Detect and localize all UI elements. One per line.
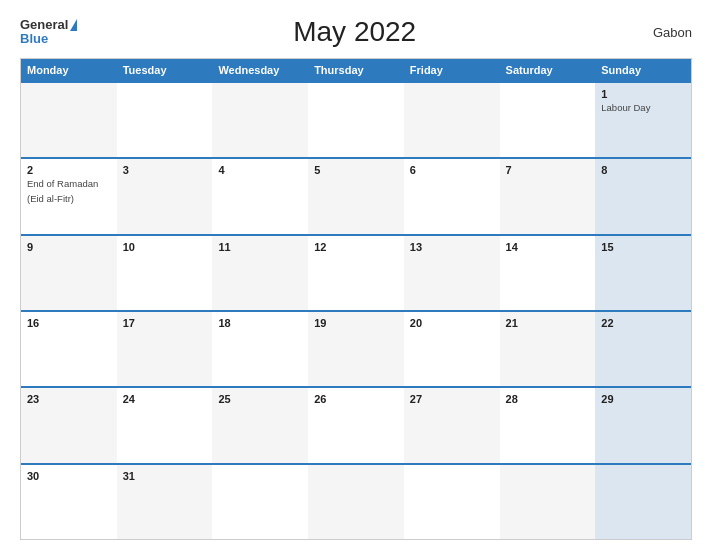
cal-cell-3-5: 13 <box>404 236 500 310</box>
page: General Blue May 2022 Gabon Monday Tuesd… <box>0 0 712 550</box>
cal-cell-6-6 <box>500 465 596 539</box>
day-number: 18 <box>218 317 302 329</box>
cal-cell-2-1: 2End of Ramadan (Eid al-Fitr) <box>21 159 117 233</box>
cal-cell-3-2: 10 <box>117 236 213 310</box>
cal-cell-2-6: 7 <box>500 159 596 233</box>
day-number: 17 <box>123 317 207 329</box>
col-friday: Friday <box>404 59 500 81</box>
day-number: 26 <box>314 393 398 405</box>
cal-cell-3-4: 12 <box>308 236 404 310</box>
cal-cell-1-2 <box>117 83 213 157</box>
cal-cell-5-4: 26 <box>308 388 404 462</box>
cal-cell-4-5: 20 <box>404 312 500 386</box>
calendar-week-1: 1Labour Day <box>21 81 691 157</box>
day-event: End of Ramadan (Eid al-Fitr) <box>27 178 98 203</box>
cal-cell-4-2: 17 <box>117 312 213 386</box>
logo-general-text: General <box>20 18 68 32</box>
cal-cell-2-2: 3 <box>117 159 213 233</box>
cal-cell-1-3 <box>212 83 308 157</box>
day-number: 14 <box>506 241 590 253</box>
day-number: 24 <box>123 393 207 405</box>
day-number: 12 <box>314 241 398 253</box>
cal-cell-2-3: 4 <box>212 159 308 233</box>
calendar-week-2: 2End of Ramadan (Eid al-Fitr)345678 <box>21 157 691 233</box>
col-saturday: Saturday <box>500 59 596 81</box>
day-number: 8 <box>601 164 685 176</box>
header: General Blue May 2022 Gabon <box>20 16 692 48</box>
country-label: Gabon <box>632 25 692 40</box>
cal-cell-3-7: 15 <box>595 236 691 310</box>
cal-cell-4-3: 18 <box>212 312 308 386</box>
day-number: 22 <box>601 317 685 329</box>
col-thursday: Thursday <box>308 59 404 81</box>
cal-cell-5-3: 25 <box>212 388 308 462</box>
day-number: 6 <box>410 164 494 176</box>
day-number: 19 <box>314 317 398 329</box>
col-tuesday: Tuesday <box>117 59 213 81</box>
cal-cell-6-2: 31 <box>117 465 213 539</box>
cal-cell-3-6: 14 <box>500 236 596 310</box>
cal-cell-4-4: 19 <box>308 312 404 386</box>
col-sunday: Sunday <box>595 59 691 81</box>
calendar-week-4: 16171819202122 <box>21 310 691 386</box>
day-number: 2 <box>27 164 111 176</box>
day-number: 20 <box>410 317 494 329</box>
cal-cell-1-5 <box>404 83 500 157</box>
calendar-week-6: 3031 <box>21 463 691 539</box>
cal-cell-5-1: 23 <box>21 388 117 462</box>
cal-cell-1-4 <box>308 83 404 157</box>
cal-cell-2-7: 8 <box>595 159 691 233</box>
calendar-week-3: 9101112131415 <box>21 234 691 310</box>
day-number: 3 <box>123 164 207 176</box>
cal-cell-5-6: 28 <box>500 388 596 462</box>
logo: General Blue <box>20 18 77 47</box>
col-wednesday: Wednesday <box>212 59 308 81</box>
cal-cell-1-1 <box>21 83 117 157</box>
day-number: 25 <box>218 393 302 405</box>
cal-cell-5-5: 27 <box>404 388 500 462</box>
cal-cell-6-3 <box>212 465 308 539</box>
cal-cell-6-1: 30 <box>21 465 117 539</box>
calendar: Monday Tuesday Wednesday Thursday Friday… <box>20 58 692 540</box>
cal-cell-1-6 <box>500 83 596 157</box>
day-event: Labour Day <box>601 102 650 113</box>
day-number: 7 <box>506 164 590 176</box>
cal-cell-3-3: 11 <box>212 236 308 310</box>
logo-triangle-icon <box>70 19 77 31</box>
cal-cell-2-5: 6 <box>404 159 500 233</box>
day-number: 31 <box>123 470 207 482</box>
day-number: 10 <box>123 241 207 253</box>
calendar-header: Monday Tuesday Wednesday Thursday Friday… <box>21 59 691 81</box>
day-number: 28 <box>506 393 590 405</box>
day-number: 13 <box>410 241 494 253</box>
col-monday: Monday <box>21 59 117 81</box>
day-number: 21 <box>506 317 590 329</box>
month-title: May 2022 <box>77 16 632 48</box>
cal-cell-1-7: 1Labour Day <box>595 83 691 157</box>
day-number: 11 <box>218 241 302 253</box>
day-number: 16 <box>27 317 111 329</box>
cal-cell-6-5 <box>404 465 500 539</box>
calendar-week-5: 23242526272829 <box>21 386 691 462</box>
cal-cell-4-7: 22 <box>595 312 691 386</box>
cal-cell-5-7: 29 <box>595 388 691 462</box>
cal-cell-6-7 <box>595 465 691 539</box>
calendar-body: 1Labour Day2End of Ramadan (Eid al-Fitr)… <box>21 81 691 539</box>
day-number: 29 <box>601 393 685 405</box>
day-number: 30 <box>27 470 111 482</box>
day-number: 4 <box>218 164 302 176</box>
day-number: 27 <box>410 393 494 405</box>
cal-cell-6-4 <box>308 465 404 539</box>
day-number: 15 <box>601 241 685 253</box>
day-number: 23 <box>27 393 111 405</box>
cal-cell-4-1: 16 <box>21 312 117 386</box>
cal-cell-4-6: 21 <box>500 312 596 386</box>
logo-blue-text: Blue <box>20 32 48 46</box>
day-number: 5 <box>314 164 398 176</box>
cal-cell-5-2: 24 <box>117 388 213 462</box>
cal-cell-3-1: 9 <box>21 236 117 310</box>
day-number: 9 <box>27 241 111 253</box>
day-number: 1 <box>601 88 685 100</box>
cal-cell-2-4: 5 <box>308 159 404 233</box>
